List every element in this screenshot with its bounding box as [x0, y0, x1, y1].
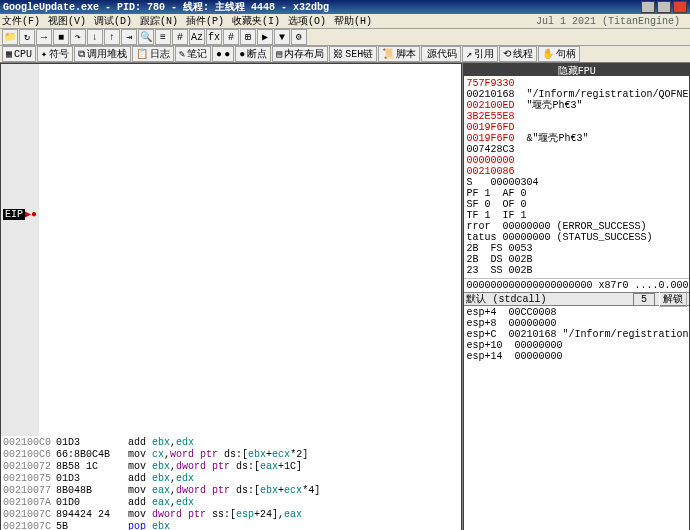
register-line[interactable]: 757F9330: [466, 78, 687, 89]
register-line[interactable]: 00210086: [466, 166, 687, 177]
register-line[interactable]: 007428C3: [466, 144, 687, 155]
view-tab[interactable]: ⛓SEH链: [329, 46, 377, 62]
menu-item[interactable]: 插件(P): [186, 16, 224, 27]
cpu-disassembly-pane[interactable]: EIP▶● 002100C001D3add ebx,edx002100C666:…: [0, 63, 462, 530]
view-tab[interactable]: ▦CPU: [2, 46, 36, 62]
view-tab[interactable]: ✋句柄: [538, 46, 580, 62]
fx-icon[interactable]: fx: [206, 29, 222, 45]
view-tab[interactable]: 源代码: [421, 46, 461, 62]
menu-item[interactable]: 帮助(H): [334, 16, 372, 27]
refresh-icon[interactable]: →: [36, 29, 52, 45]
right-icon[interactable]: ▶: [257, 29, 273, 45]
disasm-row[interactable]: 0021007A01D0add eax,edx: [1, 496, 461, 508]
menu-bar: 文件(F)视图(V)调试(D)跟踪(N)插件(P)收藏夹(I)选项(O)帮助(H…: [0, 14, 690, 29]
register-line[interactable]: 00210168 "/Inform/registration/QOFNEMDCN…: [466, 89, 687, 100]
fpu-toggle[interactable]: 隐藏FPU: [464, 64, 689, 76]
register-line[interactable]: rror 00000000 (ERROR_SUCCESS): [466, 221, 687, 232]
view-tab[interactable]: ●断点: [235, 46, 271, 62]
minimize-icon[interactable]: [641, 1, 655, 13]
maximize-icon[interactable]: [657, 1, 671, 13]
arg-row[interactable]: esp+8 00000000: [466, 318, 687, 329]
close-icon[interactable]: [673, 1, 687, 13]
grid-icon[interactable]: ⊞: [240, 29, 256, 45]
register-line[interactable]: 23 SS 002B: [466, 265, 687, 276]
view-tab[interactable]: 📜脚本: [378, 46, 420, 62]
down-icon[interactable]: ▼: [274, 29, 290, 45]
menu-item[interactable]: 跟踪(N): [140, 16, 178, 27]
toolbar-main: 📁↻→■↷↓↑⇥🔍≡#Azfx#⊞▶▼⚙: [0, 29, 690, 46]
register-line[interactable]: 00000000: [466, 155, 687, 166]
toolbar-tabs: ▦CPU✦符号⧉调用堆栈📋日志✎笔记●●●断点▤内存布局⛓SEH链📜脚本源代码↗…: [0, 46, 690, 63]
arg-row[interactable]: esp+14 00000000: [466, 351, 687, 362]
Az-icon[interactable]: Az: [189, 29, 205, 45]
view-tab[interactable]: ⟲线程: [499, 46, 537, 62]
step-out-icon[interactable]: ↑: [104, 29, 120, 45]
view-tab[interactable]: ⧉调用堆栈: [74, 46, 131, 62]
view-tab[interactable]: 📋日志: [132, 46, 174, 62]
menu-item[interactable]: 收藏夹(I): [232, 16, 280, 27]
register-line[interactable]: 0019F6F0 &"堰壳Ph€3": [466, 133, 687, 144]
arrow-right-icon[interactable]: ↻: [19, 29, 35, 45]
eip-marker: EIP: [3, 209, 25, 220]
disasm-row[interactable]: 002100C001D3add ebx,edx: [1, 436, 461, 448]
arg-row[interactable]: esp+4 00CC0008: [466, 307, 687, 318]
hash-icon[interactable]: #: [172, 29, 188, 45]
search-icon[interactable]: 🔍: [138, 29, 154, 45]
arg-row[interactable]: esp+C 00210168 "/Inform/registration/QOF…: [466, 329, 687, 340]
disasm-row[interactable]: 002100C666:8B0C4Bmov cx,word ptr ds:[ebx…: [1, 448, 461, 460]
menu-item[interactable]: 视图(V): [48, 16, 86, 27]
disasm-row[interactable]: 0021007501D3add ebx,edx: [1, 472, 461, 484]
register-line[interactable]: PF 1 AF 0: [466, 188, 687, 199]
goto-icon[interactable]: ⇥: [121, 29, 137, 45]
pound-icon[interactable]: #: [223, 29, 239, 45]
calling-convention[interactable]: 默认 (stdcall): [466, 292, 546, 306]
register-line[interactable]: 2B FS 0053: [466, 243, 687, 254]
view-tab[interactable]: ↗引用: [462, 46, 498, 62]
window-title: GoogleUpdate.exe - PID: 780 - 线程: 主线程 44…: [3, 0, 639, 14]
registers-pane[interactable]: 隐藏FPU 757F9330 00210168 "/Inform/registr…: [463, 63, 690, 530]
view-tab[interactable]: ●●: [212, 46, 234, 62]
disasm-row[interactable]: 0021007C894424 24mov dword ptr ss:[esp+2…: [1, 508, 461, 520]
register-line[interactable]: tatus 00000000 (STATUS_SUCCESS): [466, 232, 687, 243]
menu-item[interactable]: 选项(O): [288, 16, 326, 27]
arg-row[interactable]: esp+10 00000000: [466, 340, 687, 351]
engine-date: Jul 1 2021 (TitanEngine): [536, 16, 680, 27]
disasm-row[interactable]: 0021007C5Bpop ebx: [1, 520, 461, 530]
disasm-row[interactable]: 002100778B048Bmov eax,dword ptr ds:[ebx+…: [1, 484, 461, 496]
view-tab[interactable]: ▤内存布局: [272, 46, 328, 62]
stop-icon[interactable]: ■: [53, 29, 69, 45]
register-line[interactable]: SF 0 OF 0: [466, 199, 687, 210]
menu-item[interactable]: 调试(D): [94, 16, 132, 27]
disasm-row[interactable]: 002100728B58 1Cmov ebx,dword ptr ds:[eax…: [1, 460, 461, 472]
register-line[interactable]: TF 1 IF 1: [466, 210, 687, 221]
register-line[interactable]: 002100ED "堰壳Ph€3": [466, 100, 687, 111]
menu-item[interactable]: 文件(F): [2, 16, 40, 27]
register-line[interactable]: S 00000304: [466, 177, 687, 188]
step-over-icon[interactable]: ↷: [70, 29, 86, 45]
register-line[interactable]: 0019F6FD: [466, 122, 687, 133]
arg-count[interactable]: 5: [633, 293, 655, 306]
reg-bottom: 000000000000000000000 x87r0 ....0.000000…: [464, 278, 689, 292]
step-into-icon[interactable]: ↓: [87, 29, 103, 45]
register-line[interactable]: 3B2E55E8: [466, 111, 687, 122]
lock-button[interactable]: 解锁: [659, 291, 687, 307]
view-tab[interactable]: ✦符号: [37, 46, 73, 62]
settings-icon[interactable]: ⚙: [291, 29, 307, 45]
register-line[interactable]: 2B DS 002B: [466, 254, 687, 265]
list-icon[interactable]: ≡: [155, 29, 171, 45]
folder-open-icon[interactable]: 📁: [2, 29, 18, 45]
view-tab[interactable]: ✎笔记: [175, 46, 211, 62]
